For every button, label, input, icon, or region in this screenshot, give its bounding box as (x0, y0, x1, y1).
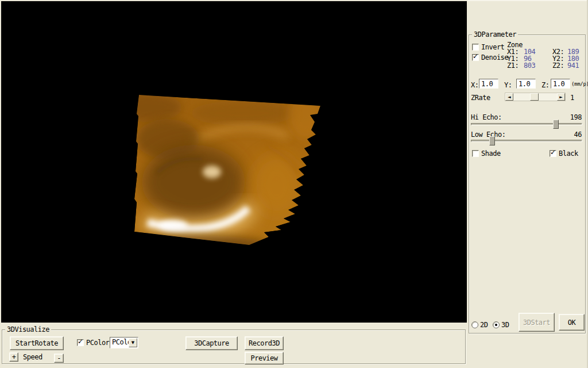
shade-label: Shade (481, 150, 501, 158)
z-scale-label: Z: (541, 81, 549, 89)
2d-radio[interactable] (471, 321, 478, 328)
zone-z1-label: Z1: (507, 62, 524, 69)
pcolor-dropdown[interactable]: PColor ▼ (110, 337, 138, 348)
scale-unit-label: (mm/p) (571, 81, 588, 87)
zone-z2-value: 941 (567, 62, 585, 69)
zone-values: X1: 104 X2: 189 Y1: 96 Y2: 180 Z1: 803 Z… (507, 48, 585, 69)
parameter-panel: 3DParameter Invert Denoise Zone X1: 104 … (467, 0, 588, 368)
hi-echo-slider-thumb[interactable] (553, 120, 559, 129)
zrate-left-arrow-icon[interactable]: ◄ (505, 93, 513, 101)
hi-echo-value: 198 (570, 113, 582, 121)
2d-radio-label: 2D (480, 321, 488, 329)
invert-label: Invert (481, 43, 504, 51)
3d-start-button[interactable]: 3DStart (519, 313, 555, 332)
group-title: 3DVisualize (5, 325, 51, 334)
3d-radio[interactable] (493, 321, 500, 328)
render-viewport[interactable] (1, 1, 467, 323)
hi-echo-slider[interactable] (471, 123, 582, 125)
speed-plus-button[interactable]: + (9, 352, 18, 362)
app-window: { "right_panel": { "title": "3DParameter… (0, 0, 588, 368)
x-scale-field[interactable] (479, 79, 498, 89)
ok-button[interactable]: OK (559, 314, 585, 331)
pcolor-label: PColor (86, 339, 109, 347)
low-echo-value: 46 (574, 131, 582, 139)
zrate-label: ZRate (471, 94, 490, 102)
group-title: 3DParameter (472, 30, 518, 39)
invert-checkbox[interactable] (472, 44, 479, 51)
preview-button[interactable]: Preview (245, 352, 284, 365)
3d-capture-button[interactable]: 3DCapture (185, 336, 238, 350)
low-echo-slider-thumb[interactable] (489, 136, 495, 145)
zone-z2-label: Z2: (552, 62, 567, 69)
shade-checkbox[interactable] (472, 150, 479, 157)
z-scale-field[interactable] (551, 79, 570, 89)
y-scale-label: Y: (504, 81, 512, 89)
chevron-down-icon[interactable]: ▼ (129, 338, 137, 347)
zrate-scrollbar-thumb[interactable] (530, 93, 539, 101)
low-echo-slider[interactable] (471, 140, 582, 142)
speed-label: Speed (23, 353, 42, 361)
y-scale-field[interactable] (516, 79, 536, 89)
black-label: Black (559, 150, 578, 158)
ultrasound-volume-render (1, 1, 467, 323)
record-3d-button[interactable]: Record3D (245, 336, 284, 350)
start-rotate-button[interactable]: StartRotate (10, 336, 64, 350)
pcolor-checkbox[interactable] (77, 339, 84, 346)
low-echo-label: Low Echo: (471, 131, 506, 139)
zone-z1-value: 803 (524, 62, 552, 69)
zrate-right-arrow-icon[interactable]: ► (557, 93, 565, 101)
denoise-checkbox[interactable] (472, 54, 479, 61)
hi-echo-label: Hi Echo: (471, 113, 502, 121)
3d-radio-label: 3D (501, 321, 509, 329)
speed-minus-button[interactable]: - (54, 354, 64, 363)
black-checkbox[interactable] (550, 150, 556, 157)
3d-visualize-group: 3DVisualize StartRotate + Speed - PColor… (2, 329, 466, 364)
visualize-panel: 3DVisualize StartRotate + Speed - PColor… (0, 323, 467, 368)
x-scale-label: X: (471, 81, 478, 89)
zrate-scrollbar[interactable]: ◄ ► (505, 93, 566, 101)
zrate-value: 1 (570, 94, 574, 102)
3d-parameter-group: 3DParameter Invert Denoise Zone X1: 104 … (469, 34, 586, 334)
denoise-label: Denoise (481, 53, 508, 62)
